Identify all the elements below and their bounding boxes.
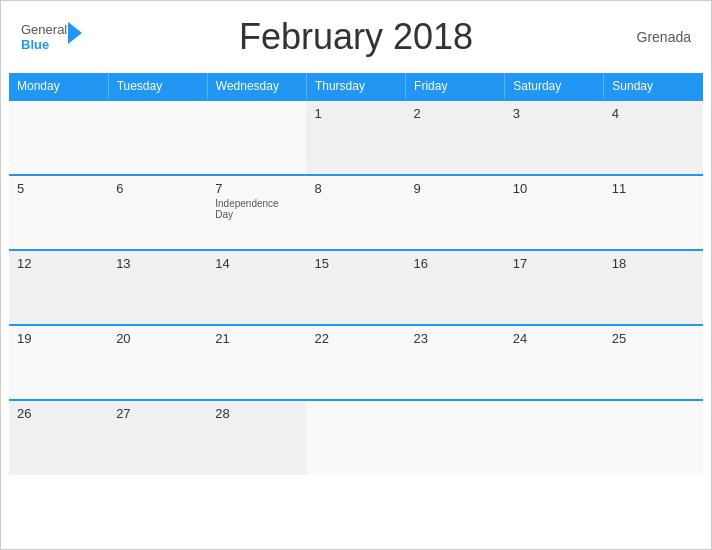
day-number: 18: [612, 256, 695, 271]
day-number: 13: [116, 256, 199, 271]
calendar-week-row: 1234: [9, 100, 703, 175]
day-number: 2: [414, 106, 497, 121]
calendar-day-cell: 10: [505, 175, 604, 250]
calendar-day-cell: 4: [604, 100, 703, 175]
calendar-day-cell: 1: [306, 100, 405, 175]
weekday-header-wednesday: Wednesday: [207, 73, 306, 100]
day-number: 22: [314, 331, 397, 346]
calendar-day-cell: [604, 400, 703, 475]
calendar-day-cell: 20: [108, 325, 207, 400]
day-number: 9: [414, 181, 497, 196]
calendar-day-cell: 15: [306, 250, 405, 325]
calendar-day-cell: 23: [406, 325, 505, 400]
calendar-day-cell: 2: [406, 100, 505, 175]
logo-blue: Blue: [21, 37, 67, 52]
day-number: 1: [314, 106, 397, 121]
day-number: 15: [314, 256, 397, 271]
calendar-day-cell: 8: [306, 175, 405, 250]
calendar-day-cell: 13: [108, 250, 207, 325]
calendar-day-cell: [306, 400, 405, 475]
calendar-day-cell: 24: [505, 325, 604, 400]
day-number: 3: [513, 106, 596, 121]
day-number: 6: [116, 181, 199, 196]
day-number: 17: [513, 256, 596, 271]
calendar-day-cell: 22: [306, 325, 405, 400]
calendar-header-row: MondayTuesdayWednesdayThursdayFridaySatu…: [9, 73, 703, 100]
calendar-day-cell: 17: [505, 250, 604, 325]
calendar-day-cell: 5: [9, 175, 108, 250]
day-number: 19: [17, 331, 100, 346]
calendar-day-cell: 12: [9, 250, 108, 325]
day-number: 4: [612, 106, 695, 121]
day-event: Independence Day: [215, 198, 298, 220]
calendar-day-cell: [406, 400, 505, 475]
day-number: 25: [612, 331, 695, 346]
weekday-header: MondayTuesdayWednesdayThursdayFridaySatu…: [9, 73, 703, 100]
calendar-day-cell: [9, 100, 108, 175]
day-number: 8: [314, 181, 397, 196]
day-number: 16: [414, 256, 497, 271]
calendar-day-cell: 6: [108, 175, 207, 250]
day-number: 23: [414, 331, 497, 346]
calendar-day-cell: 9: [406, 175, 505, 250]
day-number: 5: [17, 181, 100, 196]
weekday-header-tuesday: Tuesday: [108, 73, 207, 100]
calendar-week-row: 12131415161718: [9, 250, 703, 325]
calendar-table: MondayTuesdayWednesdayThursdayFridaySatu…: [9, 73, 703, 475]
calendar-day-cell: [505, 400, 604, 475]
calendar-week-row: 567Independence Day891011: [9, 175, 703, 250]
calendar-day-cell: 3: [505, 100, 604, 175]
logo: General Blue: [21, 22, 82, 52]
calendar-day-cell: 26: [9, 400, 108, 475]
calendar-day-cell: [108, 100, 207, 175]
day-number: 11: [612, 181, 695, 196]
logo-general: General: [21, 22, 67, 37]
calendar-day-cell: 19: [9, 325, 108, 400]
calendar-day-cell: 21: [207, 325, 306, 400]
logo-text: General Blue: [21, 22, 67, 52]
calendar-day-cell: [207, 100, 306, 175]
weekday-header-friday: Friday: [406, 73, 505, 100]
weekday-header-thursday: Thursday: [306, 73, 405, 100]
calendar-day-cell: 28: [207, 400, 306, 475]
calendar-day-cell: 14: [207, 250, 306, 325]
weekday-header-sunday: Sunday: [604, 73, 703, 100]
calendar-day-cell: 18: [604, 250, 703, 325]
logo-triangle-icon: [68, 22, 82, 44]
page-title: February 2018: [239, 16, 473, 58]
day-number: 7: [215, 181, 298, 196]
calendar-day-cell: 16: [406, 250, 505, 325]
weekday-header-saturday: Saturday: [505, 73, 604, 100]
day-number: 28: [215, 406, 298, 421]
calendar-week-row: 19202122232425: [9, 325, 703, 400]
calendar-week-row: 262728: [9, 400, 703, 475]
day-number: 27: [116, 406, 199, 421]
day-number: 20: [116, 331, 199, 346]
day-number: 21: [215, 331, 298, 346]
day-number: 10: [513, 181, 596, 196]
calendar-day-cell: 27: [108, 400, 207, 475]
calendar-grid-wrapper: MondayTuesdayWednesdayThursdayFridaySatu…: [1, 73, 711, 483]
day-number: 26: [17, 406, 100, 421]
country-label: Grenada: [637, 29, 691, 45]
weekday-header-monday: Monday: [9, 73, 108, 100]
calendar-header: General Blue February 2018 Grenada: [1, 1, 711, 73]
day-number: 24: [513, 331, 596, 346]
calendar-day-cell: 25: [604, 325, 703, 400]
calendar-container: General Blue February 2018 Grenada Monda…: [0, 0, 712, 550]
day-number: 14: [215, 256, 298, 271]
day-number: 12: [17, 256, 100, 271]
calendar-body: 1234567Independence Day89101112131415161…: [9, 100, 703, 475]
calendar-day-cell: 7Independence Day: [207, 175, 306, 250]
calendar-day-cell: 11: [604, 175, 703, 250]
